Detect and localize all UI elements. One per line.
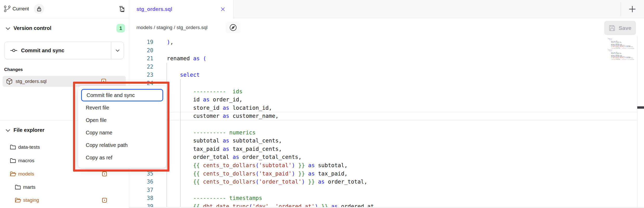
code-line: subtotal as subtotal_cents, [167, 137, 374, 145]
code-line [167, 47, 374, 55]
code-line: select [167, 71, 374, 79]
code-line: ---------- ids [167, 88, 374, 96]
branch-readonly-lock-icon [34, 4, 44, 14]
changed-file-row[interactable]: stg_orders.sql [3, 76, 126, 87]
tab-close-icon[interactable] [220, 7, 225, 12]
line-number: 23 [134, 71, 153, 79]
save-label: Save [619, 25, 631, 31]
branch-bar: Current [0, 0, 129, 18]
folder-name: data-tests [18, 144, 40, 150]
code-line: tax_paid as tax_paid_cents, [167, 145, 374, 153]
code-line: ---------- timestamps [167, 194, 374, 203]
code-line: customer as customer_name, [167, 112, 374, 120]
menu-item-open-file[interactable]: Open file [81, 114, 163, 126]
code-line [167, 120, 374, 129]
minimap-line: {{ cents_to_dollars('order_total') }} as… [608, 47, 637, 47]
menu-item-commit-file-and-sync[interactable]: Commit file and sync [81, 89, 163, 101]
code-line [167, 186, 374, 194]
folder-name: staging [23, 197, 39, 203]
code-line: ---------- numerics [167, 129, 374, 137]
line-number: 19 [134, 38, 153, 47]
code-line: {{ cents_to_dollars('order_total') }} as… [167, 178, 374, 186]
line-number: 38 [134, 194, 153, 203]
folder-icon [10, 158, 16, 163]
code-line: {{ cents_to_dollars('tax_paid') }} as ta… [167, 170, 374, 178]
folder-icon [10, 145, 16, 150]
code-line: ), [167, 38, 374, 47]
folder-icon [15, 185, 21, 190]
changed-file-name: stg_orders.sql [16, 79, 47, 84]
breadcrumb: models / staging / stg_orders.sql [136, 25, 208, 30]
changes-section-label: Changes [4, 67, 23, 72]
line-number: 35 [134, 170, 153, 178]
version-control-title: Version control [14, 25, 51, 31]
file-explorer-title: File explorer [14, 127, 44, 133]
ide-window: Current Version contr [0, 0, 644, 208]
file-tree-item-models[interactable]: models [0, 170, 129, 178]
line-number: 21 [134, 55, 153, 63]
tab-stg-orders[interactable]: stg_orders.sql [129, 0, 233, 18]
save-button[interactable]: Save [604, 21, 636, 35]
code-line: id as order_id, [167, 96, 374, 104]
code-line: order_total as order_total_cents, [167, 153, 374, 161]
file-context-menu: Commit file and syncRevert fileOpen file… [78, 86, 166, 168]
open-folder-icon [10, 171, 16, 177]
open-folder-icon [15, 198, 21, 203]
line-number: 37 [134, 186, 153, 194]
minimap-line: {{ cents_to_dollars('order_total') }} as… [608, 58, 637, 58]
editor-right-divider [637, 36, 638, 208]
code-line [167, 79, 374, 88]
menu-item-copy-relative-path[interactable]: Copy relative path [81, 139, 163, 151]
commit-and-sync-label: Commit and sync [21, 48, 64, 54]
code-line [167, 63, 374, 71]
tab-label: stg_orders.sql [136, 6, 172, 12]
save-icon [609, 25, 615, 31]
commit-and-sync-button[interactable]: Commit and sync [4, 42, 124, 59]
tab-bar-divider [621, 2, 621, 16]
line-number: 20 [134, 47, 153, 55]
folder-name: models [18, 171, 34, 177]
line-number: 22 [134, 63, 153, 71]
line-number: 36 [134, 178, 153, 186]
minimap[interactable]: ), renamed as ( select ---------- ids id… [608, 37, 637, 61]
folder-name: macros [18, 158, 34, 164]
branch-name: Current [12, 6, 29, 12]
new-tab-button[interactable] [626, 3, 638, 15]
changes-count-badge: 1 [116, 24, 125, 32]
file-tree-item-marts[interactable]: marts [0, 183, 129, 192]
minimap-line: {{ dbt.date_trunc('day', 'ordered_at') }… [608, 48, 637, 49]
code-line: {{ cents_to_dollars('subtotal') }} as su… [167, 161, 374, 170]
code-line: store_id as location_id, [167, 104, 374, 112]
menu-item-copy-as-ref[interactable]: Copy as ref [81, 151, 163, 164]
folder-name: marts [23, 184, 36, 190]
model-cube-icon [6, 78, 12, 85]
horizontal-scrollbar-track[interactable] [129, 207, 644, 208]
folder-modified-badge [102, 172, 107, 176]
code-editor[interactable]: 1920212223242526272829303132333435363738… [129, 36, 637, 208]
code-lines[interactable]: ), renamed as ( select ---------- ids id… [167, 38, 374, 208]
version-control-collapse-chevron-icon[interactable] [5, 26, 11, 31]
lineage-compass-icon[interactable] [226, 22, 241, 33]
duplicate-file-icon[interactable] [117, 4, 126, 14]
menu-item-revert-file[interactable]: Revert file [81, 101, 163, 114]
file-tree-item-staging[interactable]: staging [0, 196, 129, 205]
folder-modified-badge [102, 198, 107, 203]
commit-icon [10, 47, 17, 54]
commit-options-dropdown[interactable] [111, 42, 124, 59]
menu-item-copy-name[interactable]: Copy name [81, 126, 163, 139]
scrollbar-thumb[interactable] [637, 106, 644, 109]
minimap-line: {{ dbt.date_trunc('day', 'ordered_at') }… [608, 59, 637, 60]
code-line: renamed as ( [167, 55, 374, 63]
file-modified-badge [101, 79, 106, 83]
git-branch-icon [4, 5, 11, 12]
file-explorer-collapse-chevron-icon[interactable] [5, 128, 11, 133]
